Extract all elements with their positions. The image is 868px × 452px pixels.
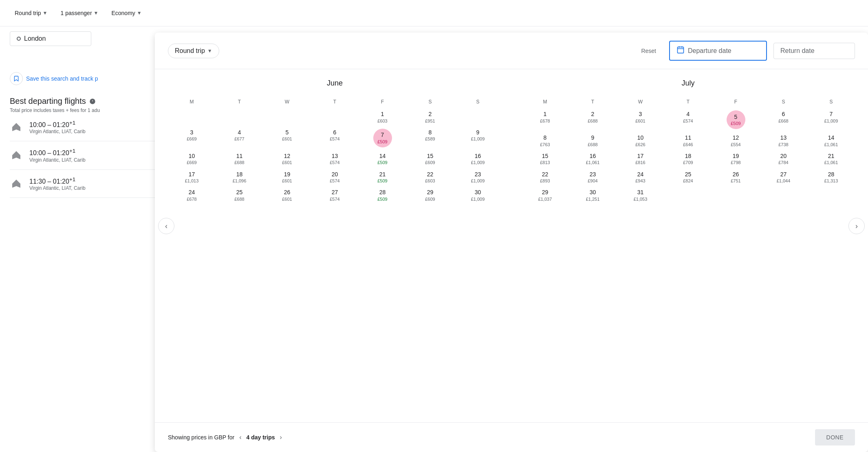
day-cell-highlighted[interactable]: 5£509 xyxy=(712,108,760,132)
day-cell[interactable]: 9£1,009 xyxy=(454,126,502,150)
day-cell[interactable]: 25£688 xyxy=(216,186,263,204)
day-cell[interactable]: 22£893 xyxy=(521,168,569,187)
day-cell[interactable]: 28£509 xyxy=(359,186,406,204)
return-date-field[interactable]: Return date xyxy=(773,43,855,59)
day-cell[interactable]: 24£678 xyxy=(168,186,216,204)
day-cell[interactable]: 3£601 xyxy=(617,108,664,132)
day-header: T xyxy=(664,96,712,108)
day-cell[interactable]: 14£1,061 xyxy=(807,132,855,150)
day-cell[interactable]: 29£1,037 xyxy=(521,186,569,204)
day-cell[interactable]: 2£951 xyxy=(406,108,454,126)
day-cell[interactable]: 8£589 xyxy=(406,126,454,150)
day-cell[interactable]: 27£574 xyxy=(311,186,359,204)
departure-date-placeholder: Departure date xyxy=(688,47,731,55)
day-cell[interactable]: 18£1,096 xyxy=(216,168,263,187)
day-cell[interactable]: 25£824 xyxy=(664,168,712,187)
trip-type-label: Round trip xyxy=(15,10,41,16)
day-cell[interactable]: 13£574 xyxy=(311,150,359,168)
day-cell[interactable]: 19£601 xyxy=(263,168,311,187)
day-cell[interactable]: 15£609 xyxy=(406,150,454,168)
day-cell[interactable]: 1£603 xyxy=(359,108,406,126)
day-header: F xyxy=(359,96,406,108)
day-cell-empty xyxy=(664,186,712,204)
day-cell[interactable]: 7£1,009 xyxy=(807,108,855,132)
calendar-round-trip-label: Round trip xyxy=(175,47,205,55)
day-cell[interactable]: 18£709 xyxy=(664,150,712,168)
day-cell[interactable]: 16£1,061 xyxy=(569,150,617,168)
day-cell[interactable]: 17£816 xyxy=(617,150,664,168)
day-cell[interactable]: 31£1,053 xyxy=(617,186,664,204)
july-calendar: July M T W T F S S 1£678 2£688 3£601 4£5… xyxy=(521,79,855,204)
day-cell[interactable]: 21£1,061 xyxy=(807,150,855,168)
day-cell[interactable]: 11£646 xyxy=(664,132,712,150)
day-cell[interactable]: 6£574 xyxy=(311,126,359,150)
cabin-label: Economy xyxy=(111,10,135,16)
calendar-header: Round trip ▼ Reset Departure date Return… xyxy=(155,33,868,69)
departure-date-field[interactable]: Departure date xyxy=(669,41,767,61)
day-cell[interactable]: 12£601 xyxy=(263,150,311,168)
day-cell[interactable]: 3£669 xyxy=(168,126,216,150)
reset-button[interactable]: Reset xyxy=(634,44,663,57)
passengers-selector[interactable]: 1 passenger ▼ xyxy=(55,7,103,20)
day-cell[interactable]: 10£626 xyxy=(617,132,664,150)
day-cell[interactable]: 6£668 xyxy=(760,108,807,132)
day-cell[interactable]: 20£784 xyxy=(760,150,807,168)
day-cell[interactable]: 15£813 xyxy=(521,150,569,168)
day-cell[interactable]: 10£669 xyxy=(168,150,216,168)
day-header: S xyxy=(807,96,855,108)
day-cell[interactable]: 23£1,009 xyxy=(454,168,502,187)
return-date-placeholder: Return date xyxy=(780,47,815,55)
day-cell-empty xyxy=(760,186,807,204)
day-cell[interactable]: 16£1,009 xyxy=(454,150,502,168)
day-cell[interactable]: 4£677 xyxy=(216,126,263,150)
day-cell[interactable]: 30£1,009 xyxy=(454,186,502,204)
june-grid: M T W T F S S 1£603 2£951 3£669 4£677 5£… xyxy=(168,96,502,204)
day-cell[interactable]: 5£601 xyxy=(263,126,311,150)
day-cell[interactable]: 30£1,251 xyxy=(569,186,617,204)
save-bookmark-icon xyxy=(10,72,23,85)
day-cell[interactable]: 4£574 xyxy=(664,108,712,132)
day-cell-empty xyxy=(216,108,263,126)
day-cell[interactable]: 12£554 xyxy=(712,132,760,150)
july-title: July xyxy=(521,79,855,88)
day-cell[interactable]: 1£678 xyxy=(521,108,569,132)
day-header: W xyxy=(617,96,664,108)
day-cell-empty xyxy=(263,108,311,126)
day-cell-empty xyxy=(311,108,359,126)
day-cell[interactable]: 14£509 xyxy=(359,150,406,168)
day-cell[interactable]: 27£1,044 xyxy=(760,168,807,187)
origin-value: London xyxy=(24,35,46,42)
calendar-overlay: ‹ Round trip ▼ Reset Departure date Retu… xyxy=(155,33,868,204)
airline-logo-icon xyxy=(10,121,23,134)
day-cell[interactable]: 21£509 xyxy=(359,168,406,187)
calendar-body: June M T W T F S S 1£603 2£951 3£669 xyxy=(155,69,868,204)
passengers-chevron-icon: ▼ xyxy=(94,10,99,16)
day-cell[interactable]: 28£1,313 xyxy=(807,168,855,187)
calendar-round-trip-selector[interactable]: Round trip ▼ xyxy=(168,44,219,58)
day-cell[interactable]: 2£688 xyxy=(569,108,617,132)
day-cell[interactable]: 13£738 xyxy=(760,132,807,150)
day-cell[interactable]: 24£943 xyxy=(617,168,664,187)
day-cell-empty xyxy=(712,186,760,204)
cabin-selector[interactable]: Economy ▼ xyxy=(106,7,146,20)
day-cell-highlighted[interactable]: 7£509 xyxy=(359,126,406,150)
day-cell[interactable]: 11£688 xyxy=(216,150,263,168)
info-icon xyxy=(89,98,96,105)
day-cell[interactable]: 26£751 xyxy=(712,168,760,187)
day-cell[interactable]: 22£603 xyxy=(406,168,454,187)
trip-type-selector[interactable]: Round trip ▼ xyxy=(10,7,52,20)
airline-logo-icon xyxy=(10,149,23,162)
day-cell[interactable]: 23£904 xyxy=(569,168,617,187)
day-header: T xyxy=(569,96,617,108)
day-cell[interactable]: 26£601 xyxy=(263,186,311,204)
day-cell[interactable]: 29£609 xyxy=(406,186,454,204)
day-cell[interactable]: 20£574 xyxy=(311,168,359,187)
origin-field[interactable]: London xyxy=(10,31,91,46)
day-cell-empty xyxy=(807,186,855,204)
day-cell[interactable]: 8£763 xyxy=(521,132,569,150)
day-cell[interactable]: 19£798 xyxy=(712,150,760,168)
day-cell-empty xyxy=(454,108,502,126)
day-cell[interactable]: 9£688 xyxy=(569,132,617,150)
day-header: M xyxy=(521,96,569,108)
day-cell[interactable]: 17£1,013 xyxy=(168,168,216,187)
